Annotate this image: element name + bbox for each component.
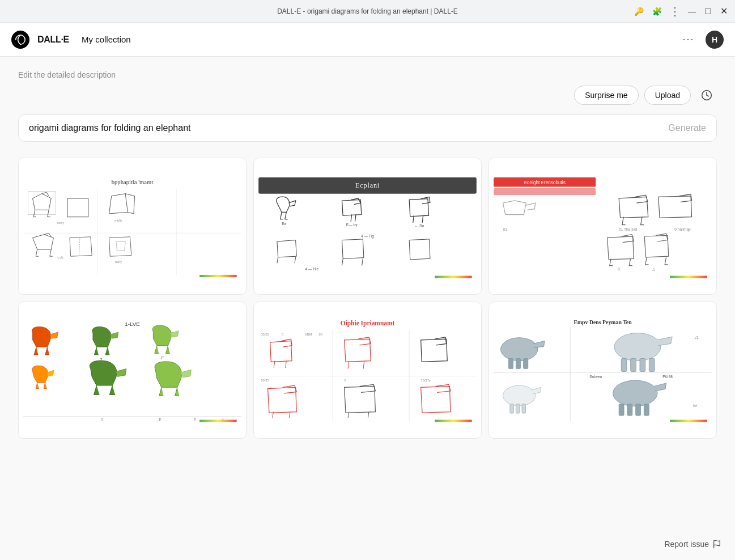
report-issue-button[interactable]: Report issue [664, 540, 721, 549]
svg-text:E: E [194, 418, 197, 422]
svg-rect-79 [649, 359, 655, 372]
prompt-label: Edit the detailed description [18, 70, 717, 79]
svg-text:0: 0 [101, 418, 103, 422]
generated-image-4[interactable]: 1-LVE 2 F [18, 302, 247, 439]
svg-point-83 [503, 385, 536, 406]
svg-rect-78 [640, 359, 645, 372]
svg-text:00: 00 [319, 333, 322, 336]
browser-chrome: DALL-E - origami diagrams for folding an… [0, 0, 735, 23]
surprise-me-button[interactable]: Surprise me [574, 86, 638, 105]
history-button[interactable] [696, 85, 717, 105]
svg-line-59 [363, 361, 364, 369]
svg-text:neny: neny [115, 260, 122, 264]
svg-text:culy: culy [58, 256, 63, 259]
maximize-button[interactable]: ☐ [703, 7, 712, 16]
svg-text:4 — Hle: 4 — Hle [305, 267, 318, 271]
svg-text:Empv Dens Peyman Ten: Empv Dens Peyman Ten [573, 319, 632, 325]
svg-rect-31 [494, 188, 596, 195]
generated-image-3[interactable]: Eonight Erensobutis 01 01 The slot 0 hal… [488, 158, 717, 295]
svg-rect-84 [510, 404, 514, 413]
svg-text:0: 0 [345, 379, 346, 382]
svg-line-64 [289, 412, 290, 418]
svg-text:0: 0 [282, 333, 283, 336]
svg-line-57 [286, 361, 287, 368]
svg-point-87 [613, 380, 658, 406]
generate-button[interactable]: Generate [668, 123, 706, 133]
svg-text:Snbveo: Snbveo [589, 375, 602, 379]
svg-text:Io/: Io/ [693, 404, 697, 408]
image-grid: bpphapitla 'mamt corry mul [18, 158, 717, 439]
key-icon[interactable]: 🔑 [633, 6, 644, 17]
svg-text:01: 01 [503, 227, 508, 231]
generated-image-1[interactable]: bpphapitla 'mamt corry mul [18, 158, 247, 295]
svg-rect-74 [524, 359, 528, 369]
svg-text:10/17y: 10/17y [421, 379, 431, 382]
svg-rect-89 [627, 404, 632, 415]
svg-rect-91 [644, 404, 649, 415]
svg-rect-86 [522, 404, 526, 413]
svg-text:E— by: E— by [346, 223, 358, 227]
svg-text:Ea: Ea [282, 222, 286, 226]
close-button[interactable]: ✕ [719, 7, 728, 16]
svg-rect-6 [28, 192, 56, 215]
main-content: Edit the detailed description Surprise m… [0, 57, 735, 560]
svg-text:01 The slot: 01 The slot [619, 227, 637, 231]
generated-image-2[interactable]: Ecplani Ea E— by [253, 158, 482, 295]
svg-point-71 [500, 338, 537, 361]
upload-button[interactable]: Upload [644, 86, 691, 105]
avatar[interactable]: H [706, 31, 724, 49]
generated-image-5[interactable]: Oiphie Ipriamnamt 00/25 0 VBM 00 [253, 302, 482, 439]
more-options-icon[interactable]: ⋮ [669, 6, 681, 17]
prompt-input[interactable] [29, 123, 668, 133]
puzzle-icon[interactable]: 🧩 [651, 6, 662, 17]
svg-text:mully: mully [114, 219, 122, 222]
svg-rect-13 [199, 275, 236, 277]
svg-line-25 [295, 257, 296, 264]
svg-text:90/35: 90/35 [261, 379, 269, 382]
app-logo[interactable] [11, 31, 29, 49]
svg-text:-./1: -./1 [693, 336, 699, 340]
svg-text:00/25: 00/25 [261, 333, 269, 336]
svg-rect-29 [435, 276, 471, 278]
svg-rect-38 [670, 276, 707, 278]
svg-rect-76 [621, 359, 627, 372]
svg-rect-73 [516, 359, 520, 369]
svg-text:VBM: VBM [305, 333, 312, 336]
svg-rect-72 [508, 359, 513, 369]
svg-text:0 halimap: 0 halimap [674, 227, 691, 232]
svg-rect-47 [199, 420, 236, 422]
header-more-button[interactable]: ··· [679, 31, 698, 49]
svg-rect-67 [435, 420, 471, 422]
svg-line-11 [79, 237, 80, 256]
svg-text:4 — Fig: 4 — Fig [361, 234, 374, 239]
app-header: DALL·E My collection ··· H [0, 23, 735, 57]
svg-line-27 [362, 258, 363, 265]
svg-rect-7 [67, 198, 88, 217]
svg-text:0: 0 [618, 267, 620, 271]
svg-rect-85 [516, 404, 520, 413]
svg-line-26 [342, 258, 343, 265]
report-icon [712, 540, 721, 549]
svg-text:Eonight Erensobutis: Eonight Erensobutis [524, 180, 566, 185]
svg-line-21 [422, 215, 423, 223]
report-issue-label: Report issue [664, 540, 709, 549]
svg-rect-93 [670, 420, 707, 422]
svg-line-66 [368, 412, 369, 418]
svg-text:bpphapitla 'mamt: bpphapitla 'mamt [112, 179, 154, 185]
minimize-button[interactable]: — [687, 7, 696, 16]
prompt-input-row: Generate [18, 114, 717, 142]
svg-text:Oiphie Ipriamnamt: Oiphie Ipriamnamt [341, 320, 395, 327]
browser-title: DALL-E - origami diagrams for folding an… [277, 7, 458, 15]
prompt-controls-row: Surprise me Upload [18, 85, 717, 105]
my-collection-link[interactable]: My collection [77, 32, 135, 46]
svg-point-75 [614, 333, 661, 361]
svg-text:△: △ [652, 267, 656, 271]
svg-line-24 [277, 257, 278, 264]
svg-line-18 [355, 215, 356, 222]
svg-rect-88 [619, 404, 624, 415]
generated-image-6[interactable]: Empv Dens Peyman Ten [488, 302, 717, 439]
svg-text:Pili 98: Pili 98 [662, 375, 673, 379]
svg-rect-77 [631, 359, 636, 372]
svg-text:1-LVE: 1-LVE [125, 321, 140, 327]
svg-rect-90 [636, 404, 641, 415]
